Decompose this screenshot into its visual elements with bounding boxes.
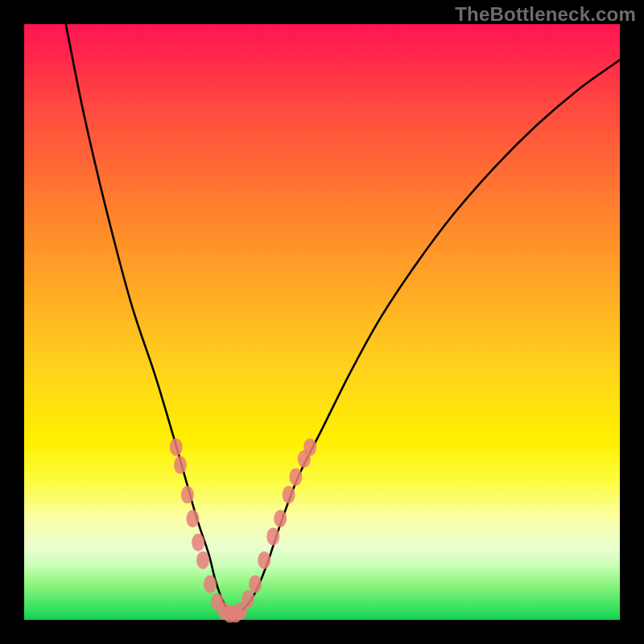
curve-dot (242, 590, 254, 608)
curve-dot (303, 438, 316, 456)
curve-dot (196, 551, 209, 569)
bottleneck-curve-svg (24, 24, 620, 620)
curve-dot (258, 551, 270, 569)
curve-dots (170, 438, 317, 622)
curve-dot (174, 456, 187, 474)
curve-dot (249, 576, 262, 593)
curve-dot (274, 510, 287, 527)
curve-dot (170, 438, 183, 456)
curve-dot (289, 468, 302, 485)
curve-dot (181, 486, 194, 504)
plot-area (24, 24, 620, 620)
bottleneck-curve (66, 24, 620, 614)
curve-dot (283, 486, 295, 504)
curve-dot (192, 534, 204, 551)
watermark-text: TheBottleneck.com (455, 3, 636, 26)
curve-dot (266, 527, 279, 545)
curve-dot (186, 510, 199, 527)
curve-dot (204, 576, 217, 593)
chart-frame: TheBottleneck.com (0, 0, 644, 644)
